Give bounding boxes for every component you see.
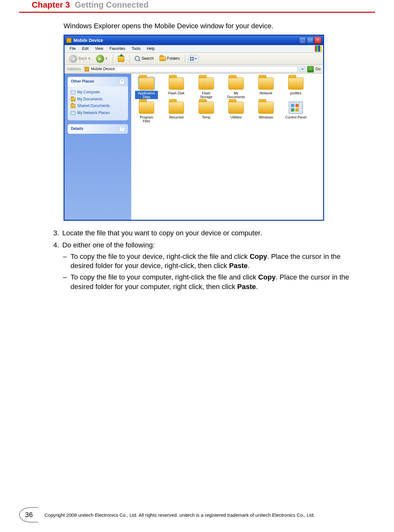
folder-icon — [71, 104, 75, 108]
folder-flash-storage[interactable]: Flash Storage — [194, 77, 218, 100]
close-button[interactable]: × — [314, 37, 321, 44]
search-label: Search — [142, 56, 154, 61]
screenshot-wrap: Mobile Device _ □ × File Edit View Favor… — [64, 35, 362, 221]
up-button[interactable] — [116, 55, 126, 63]
item-control-panel[interactable]: Control Panel — [284, 101, 308, 124]
link-label: My Computer — [77, 90, 100, 95]
link-my-computer[interactable]: My Computer — [71, 89, 125, 96]
other-places-body: My Computer My Documents Shared Document… — [68, 86, 128, 120]
content-pane[interactable]: Application Data Flash Disk Flash Storag… — [131, 74, 323, 220]
text: . — [248, 262, 250, 270]
folder-temp[interactable]: Temp — [194, 101, 218, 124]
control-panel-icon — [289, 102, 303, 114]
folders-label: Folders — [167, 56, 180, 61]
device-icon — [85, 67, 89, 71]
search-icon — [135, 56, 140, 62]
step-4-intro: Do either one of the following: — [62, 240, 362, 250]
xp-titlebar[interactable]: Mobile Device _ □ × — [65, 36, 323, 45]
details-header[interactable]: Details ˅ — [68, 124, 128, 134]
substep-4b: – To copy the file to your computer, rig… — [62, 273, 362, 291]
substep-4a: – To copy the file to your device, right… — [62, 252, 362, 271]
minimize-button[interactable]: _ — [299, 37, 306, 44]
back-button[interactable]: ◄ Back ▾ — [67, 54, 92, 64]
link-shared-documents[interactable]: Shared Documents — [71, 103, 125, 110]
folder-label: Flash Storage — [195, 91, 218, 99]
copyright-text: Copyright 2008 unitech Electronics Co., … — [44, 512, 375, 518]
other-places-header[interactable]: Other Places ˄ — [68, 77, 128, 86]
address-dropdown[interactable] — [300, 66, 305, 72]
device-icon — [66, 38, 71, 43]
dropdown-caret-icon: ▾ — [88, 56, 90, 61]
forward-button[interactable]: ► ▾ — [94, 54, 109, 64]
substep-body: To copy the file to your device, right-c… — [71, 252, 362, 271]
menu-edit[interactable]: Edit — [79, 46, 92, 52]
folder-label: My Documents — [225, 91, 248, 99]
step-4: 4. Do either one of the following: – To … — [51, 240, 362, 291]
back-arrow-icon: ◄ — [69, 55, 77, 63]
dash: – — [62, 273, 71, 291]
toolbar-separator — [129, 55, 130, 63]
xp-toolbar: ◄ Back ▾ ► ▾ Search — [65, 53, 323, 65]
details-title: Details — [71, 126, 83, 131]
substep-body: To copy the file to your computer, right… — [71, 273, 362, 291]
folder-label: Flash Disk — [167, 91, 185, 95]
views-button[interactable] — [188, 55, 199, 62]
folder-icon — [228, 77, 244, 90]
step-body: Do either one of the following: – To cop… — [62, 240, 362, 291]
folder-recycled[interactable]: Recycled — [164, 101, 188, 124]
body-text: Windows Explorer opens the Mobile Device… — [64, 22, 362, 221]
link-my-documents[interactable]: My Documents — [71, 96, 125, 103]
folder-icon — [199, 102, 214, 114]
window-buttons: _ □ × — [299, 37, 321, 44]
go-button[interactable]: → — [307, 66, 314, 72]
folder-icon — [169, 102, 184, 114]
menu-favorites[interactable]: Favorites — [106, 46, 128, 52]
folder-label: Utilities — [230, 115, 242, 119]
maximize-button[interactable]: □ — [307, 37, 314, 44]
menu-view[interactable]: View — [92, 46, 106, 52]
item-label: Control Panel — [285, 115, 307, 119]
xp-window: Mobile Device _ □ × File Edit View Favor… — [64, 35, 324, 221]
chapter-title: Getting Connected — [75, 0, 149, 10]
search-button[interactable]: Search — [133, 55, 156, 62]
folder-icon — [139, 102, 154, 114]
folder-flash-disk[interactable]: Flash Disk — [164, 77, 188, 100]
other-places-title: Other Places — [71, 79, 94, 84]
toolbar-separator — [112, 55, 113, 63]
folders-button[interactable]: Folders — [158, 56, 182, 62]
folder-network[interactable]: Network — [254, 77, 278, 100]
link-label: Shared Documents — [77, 104, 110, 109]
folder-icon — [199, 77, 214, 90]
xp-window-title: Mobile Device — [73, 37, 299, 43]
dropdown-caret-icon — [301, 69, 304, 70]
menu-help[interactable]: Help — [144, 46, 158, 52]
expand-icon[interactable]: ˅ — [119, 126, 125, 132]
folder-utilities[interactable]: Utilities — [224, 101, 248, 124]
menu-tools[interactable]: Tools — [128, 46, 144, 52]
step-number: 3. — [51, 228, 62, 238]
folder-windows[interactable]: Windows — [254, 101, 278, 124]
folder-icon — [228, 102, 244, 114]
menu-file[interactable]: File — [66, 46, 79, 52]
back-label: Back — [78, 56, 87, 61]
details-box: Details ˅ — [68, 124, 128, 134]
folder-profiles[interactable]: profiles — [284, 77, 308, 100]
intro-line: Windows Explorer opens the Mobile Device… — [64, 22, 362, 31]
address-field[interactable]: Mobile Device — [83, 66, 298, 72]
bold-paste: Paste — [229, 262, 248, 270]
folder-icon — [258, 102, 274, 114]
folder-my-documents[interactable]: My Documents — [224, 77, 248, 100]
folder-program-files[interactable]: Program Files — [134, 101, 159, 124]
folder-icon — [139, 77, 154, 90]
link-my-network-places[interactable]: My Network Places — [71, 110, 125, 117]
link-label: My Documents — [77, 97, 103, 102]
toolbar-separator — [185, 55, 185, 63]
collapse-icon[interactable]: ˄ — [119, 79, 125, 84]
folder-application-data[interactable]: Application Data — [134, 77, 159, 100]
computer-icon — [71, 91, 75, 94]
address-value: Mobile Device — [91, 67, 115, 72]
folder-icon — [71, 98, 75, 101]
go-label: Go — [316, 67, 321, 72]
network-icon — [71, 111, 75, 115]
other-places-box: Other Places ˄ My Computer My Documents … — [68, 77, 128, 120]
